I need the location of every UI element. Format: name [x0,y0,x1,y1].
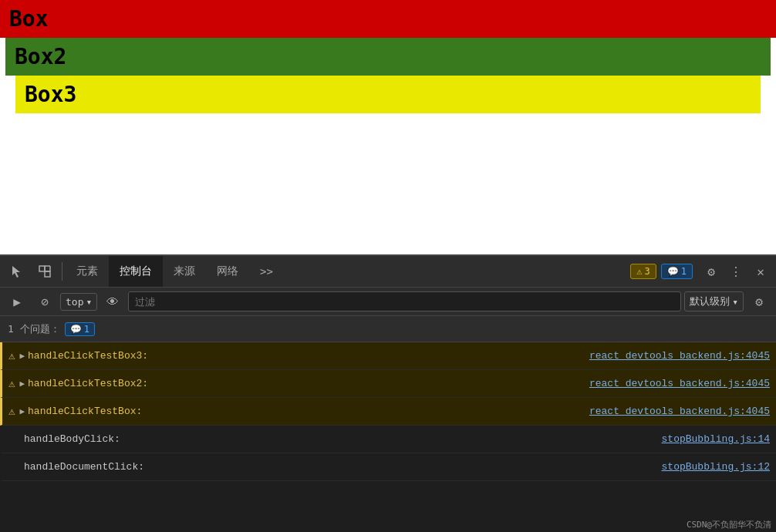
console-text-4: handleDocumentClick: [24,461,646,473]
level-select[interactable]: 默认级别 ▾ [684,291,744,311]
console-text-2: handleClickTestBox: [28,406,574,417]
console-link-4[interactable]: stopBubbling.js:12 [646,461,770,473]
box2: Box2 [5,38,771,76]
box3: Box3 [15,76,761,113]
browser-preview: Box Box2 Box3 [0,0,776,254]
close-icon[interactable]: ✕ [748,259,773,284]
watermark: CSDN@不负韶华不负清 [687,519,771,530]
console-row-4[interactable]: handleDocumentClick: stopBubbling.js:12 [0,453,776,481]
tab-network[interactable]: 网络 [206,256,249,287]
info-badge[interactable]: 💬 1 [661,264,693,279]
svg-rect-1 [45,271,50,277]
block-icon[interactable]: ⊘ [32,289,57,314]
console-link-2[interactable]: react_devtools_backend.js:4045 [574,406,770,417]
filter-input[interactable] [128,291,681,311]
tab-elements[interactable]: 元素 [66,256,109,287]
tab-divider [62,262,62,281]
console-row-0[interactable]: ⚠ ▶ handleClickTestBox3: react_devtools_… [0,342,776,370]
warn-icon-2: ⚠ [8,405,15,418]
console-link-0[interactable]: react_devtools_backend.js:4045 [574,350,770,362]
devtools-panel: 元素 控制台 来源 网络 >> ⚠ 3 💬 1 ⚙ ⋮ ✕ [0,254,776,532]
top-selector[interactable]: top ▾ [60,293,97,311]
badge-group: ⚠ 3 💬 1 [630,264,693,279]
console-link-1[interactable]: react_devtools_backend.js:4045 [574,378,770,389]
console-link-3[interactable]: stopBubbling.js:14 [646,433,770,445]
issues-badge[interactable]: 💬 1 [65,322,95,336]
devtools-tab-bar: 元素 控制台 来源 网络 >> ⚠ 3 💬 1 ⚙ ⋮ ✕ [0,254,776,287]
tab-more[interactable]: >> [249,256,284,287]
console-text-1: handleClickTestBox2: [28,378,574,389]
settings-icon[interactable]: ⚙ [699,259,724,284]
issues-label: 1 个问题： [8,322,60,336]
tab-console[interactable]: 控制台 [109,256,163,287]
console-output: ⚠ ▶ handleClickTestBox3: react_devtools_… [0,342,776,532]
console-text-3: handleBodyClick: [24,433,646,445]
box-icon[interactable] [31,258,59,285]
svg-rect-0 [39,266,45,271]
warn-badge[interactable]: ⚠ 3 [630,264,656,279]
console-toolbar: ▶ ⊘ top ▾ 👁 默认级别 ▾ ⚙ [0,287,776,316]
warn-icon-1: ⚠ [8,377,15,390]
console-row-2[interactable]: ⚠ ▶ handleClickTestBox: react_devtools_b… [0,398,776,426]
cursor-icon[interactable] [3,258,31,285]
play-icon[interactable]: ▶ [5,289,29,314]
warn-icon-0: ⚠ [8,349,15,362]
issues-bar: 1 个问题： 💬 1 [0,316,776,342]
console-settings-icon[interactable]: ⚙ [747,289,771,314]
box1: Box [0,0,776,38]
console-row-1[interactable]: ⚠ ▶ handleClickTestBox2: react_devtools_… [0,370,776,398]
tab-sources[interactable]: 来源 [163,256,206,287]
more-options-icon[interactable]: ⋮ [724,259,748,284]
console-text-0: handleClickTestBox3: [28,350,574,362]
eye-icon[interactable]: 👁 [100,289,125,314]
console-row-3[interactable]: handleBodyClick: stopBubbling.js:14 [0,426,776,453]
